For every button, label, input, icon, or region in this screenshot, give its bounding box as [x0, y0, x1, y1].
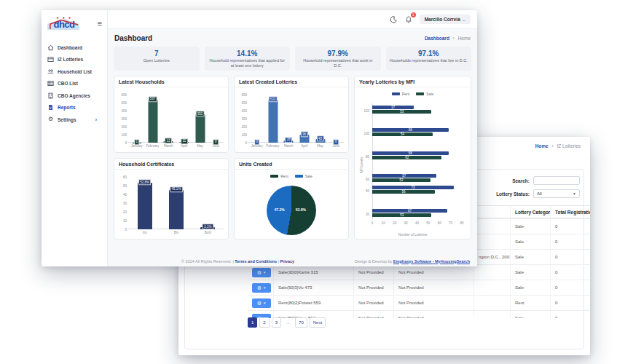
search-input[interactable]: [533, 176, 580, 185]
bar: 52: [372, 178, 431, 182]
y-axis-line: [372, 103, 373, 220]
chart-legend: RentSale: [235, 174, 348, 178]
chart-yearly-lotteries-by-mfi: Yearly Lotteries by MFIRentSaleNumber of…: [354, 76, 471, 240]
legend-swatch: [392, 92, 400, 95]
topbar: 1 Marcilio Correia ⌄: [108, 10, 477, 29]
dhcd-logo: ★ ★ ★ dhcd: [47, 17, 82, 30]
x-axis-tick: Both: [205, 231, 211, 234]
page-button-2[interactable]: 2: [259, 317, 269, 328]
bar-plot: 01002003004005006001January537February12…: [129, 95, 224, 143]
lottery-name-cell: Sale(30|0)Kartis 315: [273, 265, 353, 280]
lottery-status-label: Lottery Status:: [496, 191, 530, 197]
chevron-down-icon: ▼: [263, 271, 266, 274]
emphasys-link[interactable]: Emphasys Software - MyHousingSearch: [393, 259, 470, 264]
bar: 68: [372, 128, 449, 132]
address-cell: [473, 311, 510, 318]
bar: 37: [372, 106, 414, 109]
sidebar-item-reports[interactable]: Reports: [42, 102, 107, 114]
y-axis-tick: 500: [117, 100, 127, 104]
next-page-button[interactable]: Next: [310, 317, 326, 328]
ellipsis: ...: [283, 317, 293, 328]
sidebar-item-cbo-agencies[interactable]: CBO Agencies: [42, 90, 107, 102]
x-axis-tick: February: [146, 144, 159, 148]
category-cell: Sale: [510, 280, 550, 295]
x-axis-tick: Izo: [143, 231, 147, 234]
privacy-link[interactable]: Privacy: [280, 259, 295, 264]
y-axis-tick: 0: [117, 227, 127, 231]
lottery-status-select[interactable]: All ▼: [533, 189, 580, 198]
stat-label: Household representatives that work in D…: [299, 58, 377, 68]
address-cell: [473, 265, 510, 280]
page-button-70[interactable]: 70: [295, 317, 307, 328]
chevron-down-icon: ▼: [573, 191, 576, 196]
chart-title: Yearly Lotteries by MFI: [355, 76, 471, 87]
row-actions-button[interactable]: ⚙▼: [252, 298, 271, 308]
gear-icon: ⚙: [257, 270, 262, 275]
legend-swatch: [295, 175, 303, 178]
bar-value-label: 96: [301, 131, 308, 137]
registrations-cell: 0: [550, 234, 590, 249]
sidebar-item-iz-lotteries[interactable]: IZ Lotteries: [42, 54, 107, 66]
stat-label: Households representatives that live in …: [390, 58, 468, 63]
row-actions-button[interactable]: ⚙▼: [252, 268, 271, 277]
page-button-1[interactable]: 1: [248, 317, 257, 328]
sidebar-item-label: CBO List: [58, 81, 78, 86]
table-row: ⚙▼Sale(50|3)Vu 473Not ProvidedNot Provid…: [248, 280, 590, 295]
household-icon: [47, 68, 54, 75]
bar-value-label: 12: [165, 138, 172, 144]
row-actions-button[interactable]: ⚙▼: [252, 283, 271, 293]
stat-card: 97.1%Households representatives that liv…: [386, 47, 472, 71]
category-cell: Sale: [510, 250, 550, 264]
bar-value-label: 1: [134, 139, 140, 145]
stat-cards: 7Open Lotteries14.1%Household representa…: [114, 47, 471, 71]
user-menu[interactable]: Marcilio Correia ⌄: [420, 15, 471, 24]
chart-title: Latest Created Lotteries: [235, 76, 348, 87]
sidebar-item-label: Household List: [58, 69, 92, 74]
dashboard-main: 1 Marcilio Correia ⌄ Dashboard Dashboard…: [108, 10, 477, 266]
cell: Not Provided: [393, 296, 473, 310]
x-axis-tick: April: [301, 144, 307, 148]
breadcrumb: Dashboard › Home: [425, 36, 471, 41]
cell: Not Provided: [353, 280, 393, 295]
table-row: ⚙▼Sale(30|0)Kartis 315Not ProvidedNot Pr…: [248, 264, 590, 280]
sidebar-item-label: Dashboard: [58, 45, 82, 50]
sidebar-item-household-list[interactable]: Household List: [42, 66, 107, 78]
bar-plot: 01002003004005006000January533February28…: [249, 95, 344, 143]
legend-item: Rent: [270, 174, 288, 178]
x-axis-tick: 10: [382, 221, 385, 225]
address-cell: [473, 219, 510, 234]
bar: 67: [372, 209, 447, 213]
stat-card: 14.1%Household representatives that appl…: [205, 47, 291, 71]
dashboard-window: ★ ★ ★ dhcd ≡ DashboardIZ LotteriesHouseh…: [42, 10, 477, 266]
notifications-button[interactable]: 1: [404, 15, 413, 24]
sidebar-item-settings[interactable]: ⚙Settings›: [42, 114, 107, 126]
bar: 62: [372, 156, 441, 159]
dark-mode-toggle[interactable]: [389, 15, 398, 24]
chart-latest-households: Latest Households01002003004005006001Jan…: [114, 76, 229, 153]
y-axis-tick: 200: [117, 124, 127, 128]
stat-value: 7: [117, 50, 196, 58]
y-axis-label: MFI Levels: [360, 154, 363, 175]
x-axis-label: Number of Lotteries: [355, 233, 471, 237]
breadcrumb-dashboard[interactable]: Dashboard: [425, 36, 449, 41]
registrations-cell: 0: [550, 280, 590, 295]
bar: 73: [372, 186, 454, 189]
terms-link[interactable]: Terms and Conditions: [235, 259, 277, 264]
gear-icon: ⚙: [257, 285, 262, 290]
dashboard-footer: © 2024 All Rights Reserved. | Terms and …: [174, 256, 477, 266]
breadcrumb-home[interactable]: Home: [535, 143, 549, 149]
cell: Not Provided: [393, 280, 473, 295]
bar: [138, 183, 152, 229]
chevron-down-icon: ⌄: [463, 17, 465, 22]
sidebar-item-dashboard[interactable]: Dashboard: [42, 41, 107, 54]
chart-legend: RentSale: [355, 92, 471, 96]
x-axis-tick: 70: [449, 221, 452, 225]
stat-card: 7Open Lotteries: [114, 47, 200, 71]
page-button-3[interactable]: 3: [272, 317, 281, 328]
bar-value-label: 11: [181, 138, 188, 144]
sidebar-item-cbo-list[interactable]: CBO List: [42, 78, 107, 90]
registrations-cell: 0: [550, 296, 590, 310]
hamburger-menu-icon[interactable]: ≡: [98, 20, 102, 27]
category-cell: Sale: [510, 311, 550, 318]
x-axis-tick: 30: [404, 221, 408, 225]
